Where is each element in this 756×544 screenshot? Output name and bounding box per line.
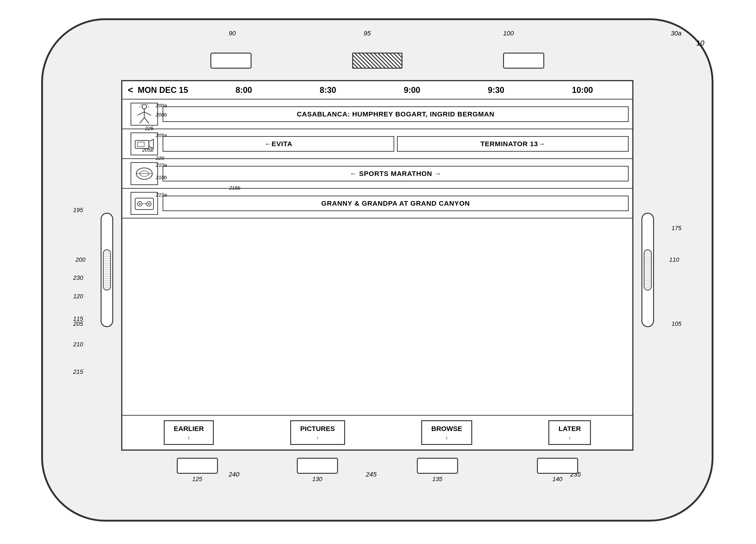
program-casablanca[interactable]: CASABLANCA: HUMPHREY BOGART, INGRID BERG… — [163, 106, 629, 122]
svg-point-19 — [147, 201, 151, 206]
bottom-button-2[interactable] — [297, 458, 338, 474]
earlier-label: EARLIER — [174, 425, 204, 433]
program-row-casablanca: 200a 200b — [122, 99, 632, 129]
svg-point-20 — [139, 203, 140, 204]
top-button-left[interactable] — [210, 53, 252, 69]
svg-point-21 — [148, 203, 150, 204]
program-row-granny: 215a 215b — [122, 189, 632, 218]
svg-line-3 — [144, 112, 151, 115]
ref-100: 100 — [503, 30, 514, 37]
browse-arrow: ↓ — [445, 434, 448, 440]
program-rows: 200a 200b — [122, 99, 632, 415]
program-evita[interactable]: ← EVITA — [163, 136, 394, 152]
ref-115: 115 — [73, 315, 83, 322]
svg-line-2 — [137, 112, 144, 115]
program-granny-title: GRANNY & GRANDPA AT GRAND CANYON — [321, 199, 470, 207]
pictures-arrow: ↓ — [316, 434, 319, 440]
svg-line-4 — [140, 118, 144, 123]
program-sports[interactable]: ← SPORTS MARATHON → — [163, 166, 629, 181]
ref-220: 220 — [156, 155, 164, 161]
time-800: 8:00 — [236, 85, 252, 95]
pictures-button[interactable]: PICTURES ↓ — [290, 420, 345, 445]
right-scroll-widget[interactable] — [641, 213, 654, 327]
ref-140: 140 — [552, 476, 562, 483]
bottom-button-3[interactable] — [417, 458, 458, 474]
frisbee-icon — [135, 164, 153, 183]
later-button[interactable]: LATER ↓ — [548, 420, 591, 445]
browse-button[interactable]: BROWSE ↓ — [421, 420, 472, 445]
ref-210b: 210b — [156, 174, 167, 180]
ref-130: 130 — [312, 476, 322, 483]
pictures-label: PICTURES — [300, 425, 335, 433]
time-830: 8:30 — [320, 85, 336, 95]
ref-105: 105 — [672, 320, 681, 327]
later-arrow: ↓ — [568, 434, 571, 440]
ref-230: 230 — [73, 274, 83, 282]
time-930: 9:30 — [488, 85, 504, 95]
svg-line-9 — [148, 107, 149, 107]
ref-215: 215 — [73, 368, 83, 376]
top-button-center-hatched[interactable] — [352, 53, 402, 69]
ref-215a: 215a — [156, 192, 167, 198]
ref-175: 175 — [672, 225, 681, 232]
cassette-icon — [134, 196, 155, 211]
svg-rect-13 — [137, 142, 144, 147]
svg-line-8 — [141, 104, 142, 105]
main-screen: < MON DEC 15 8:00 8:30 9:00 9:30 10:00 2… — [121, 80, 633, 451]
device-shell: 90 95 100 30a 10 200 120 205 210 215 230… — [41, 18, 713, 522]
channel-icon-row3 — [131, 162, 158, 185]
program-terminator[interactable]: TERMINATOR 13 → — [397, 136, 629, 152]
ref-30a: 30a — [671, 30, 681, 37]
program-casablanca-title: CASABLANCA: HUMPHREY BOGART, INGRID BERG… — [297, 110, 494, 118]
programs-area-row1: CASABLANCA: HUMPHREY BOGART, INGRID BERG… — [163, 106, 629, 122]
ref-10: 10 — [696, 39, 704, 47]
ref-200b: 200b — [156, 112, 167, 118]
svg-point-18 — [137, 201, 142, 206]
channel-icon-row4 — [131, 192, 158, 215]
svg-line-10 — [139, 107, 141, 107]
top-buttons-row — [69, 53, 686, 69]
program-terminator-arrow-right: → — [538, 140, 545, 148]
earlier-button[interactable]: EARLIER ↓ — [164, 420, 214, 445]
top-button-right[interactable] — [503, 53, 544, 69]
ref-205b: 205b — [142, 147, 153, 153]
bottom-buttons-row: 125 130 135 140 — [69, 458, 686, 483]
left-scroll-widget[interactable] — [101, 213, 113, 327]
programs-area-row3: ← SPORTS MARATHON → — [163, 166, 629, 181]
program-row-evita: 205a 220 225 205b — [122, 129, 632, 159]
timeline-times: 8:00 8:30 9:00 9:30 10:00 — [202, 85, 627, 95]
programs-area-row2: ← EVITA TERMINATOR 13 → — [163, 136, 629, 152]
ref-120: 120 — [73, 293, 83, 300]
time-1000: 10:00 — [572, 85, 593, 95]
ref-200a: 200a — [156, 103, 167, 109]
timeline-back-arrow[interactable]: < — [128, 85, 133, 95]
bottom-button-1[interactable] — [177, 458, 218, 474]
svg-line-7 — [147, 104, 148, 105]
channel-icon-row1 — [131, 103, 158, 126]
time-900: 9:00 — [404, 85, 420, 95]
ref-195: 195 — [73, 206, 83, 214]
program-evita-arrow-left: ← — [264, 140, 271, 148]
program-granny[interactable]: GRANNY & GRANDPA AT GRAND CANYON — [163, 195, 629, 211]
ref-135: 135 — [432, 476, 442, 483]
programs-area-row4: GRANNY & GRANDPA AT GRAND CANYON — [163, 195, 629, 211]
program-terminator-title: TERMINATOR 13 — [480, 140, 538, 148]
device-inner: 90 95 100 30a 10 200 120 205 210 215 230… — [69, 43, 686, 496]
svg-line-5 — [144, 118, 149, 123]
ref-210: 210 — [73, 341, 83, 348]
ref-95: 95 — [364, 30, 371, 37]
program-row-sports: 210a 210b ← SPORTS MARATHON → — [122, 159, 632, 189]
ref-200: 200 — [75, 256, 85, 263]
program-evita-title: EVITA — [271, 140, 292, 148]
ref-90: 90 — [229, 30, 236, 37]
svg-point-0 — [142, 104, 147, 109]
ref-125: 125 — [192, 476, 202, 483]
earlier-arrow: ↓ — [188, 434, 190, 440]
left-scroll-handle — [103, 249, 111, 291]
later-label: LATER — [558, 425, 581, 433]
timeline-date: MON DEC 15 — [138, 85, 188, 95]
ref-215b: 215b — [229, 185, 240, 191]
timeline-header: < MON DEC 15 8:00 8:30 9:00 9:30 10:00 — [122, 81, 632, 99]
ref-225: 225 — [145, 126, 153, 131]
bottom-button-4[interactable] — [537, 458, 578, 474]
